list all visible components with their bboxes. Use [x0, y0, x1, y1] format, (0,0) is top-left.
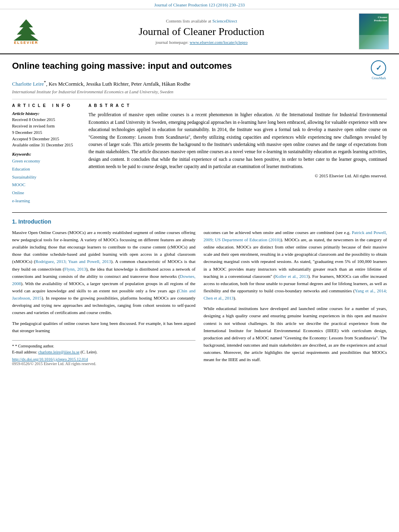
copyright-text: © 2015 Elsevier Ltd. All rights reserved… [88, 173, 387, 178]
keyword-education: Education [12, 165, 80, 173]
crossmark-badge: CrossMark [371, 60, 387, 76]
email-footnote: E-mail address: charlotte.leire@iiiee.lu… [12, 349, 195, 355]
abstract-label: A B S T R A C T [88, 103, 387, 108]
ref-rodriguez[interactable]: Rodriguez, 2013; Yuan and Powell, 2013 [35, 259, 111, 264]
homepage-link[interactable]: www.elsevier.com/locate/jclepro [189, 40, 247, 45]
ref-downes[interactable]: Downes, 2008 [12, 274, 195, 286]
journal-header: ELSEVIER Contents lists available at Sci… [0, 9, 399, 54]
svg-rect-1 [24, 37, 28, 41]
accepted-date: Accepted 9 December 2015 [12, 136, 80, 142]
corresponding-mark: * [44, 80, 46, 84]
authors-line: Charlotte Leire*, Kes McCormick, Jessika… [12, 80, 387, 87]
article-info-label: A R T I C L E I N F O [12, 103, 80, 108]
divider-1 [12, 99, 387, 99]
intro-two-col: Massive Open Online Courses (MOOCs) are … [12, 229, 387, 367]
abstract-panel: A B S T R A C T The proliferation of mas… [88, 103, 387, 205]
journal-reference-bar: Journal of Cleaner Production 123 (2016)… [0, 0, 399, 9]
article-title: Online teaching going massive: input and… [12, 60, 367, 72]
doi-link[interactable]: http://dx.doi.org/10.1016/j.jclepro.2015… [12, 357, 88, 362]
footnote-area: * * Corresponding author. E-mail address… [12, 340, 195, 366]
intro-left-col: Massive Open Online Courses (MOOCs) are … [12, 229, 195, 367]
ref-patrick[interactable]: Patrick and Powell, 2009; US Department … [204, 230, 387, 242]
keyword-mooc: MOOC [12, 181, 80, 189]
abstract-text: The proliferation of massive open online… [88, 111, 387, 170]
article-info-abstract: A R T I C L E I N F O Article history: R… [12, 103, 387, 205]
doi-line: http://dx.doi.org/10.1016/j.jclepro.2015… [12, 357, 195, 362]
crossmark-label: CrossMark [371, 76, 387, 80]
keywords-label: Keywords: [12, 152, 80, 156]
article-history-label: Article history: [12, 111, 80, 116]
intro-right-para-1: outcomes can be achieved when onsite and… [204, 229, 387, 302]
ref-flynn[interactable]: Flynn, 2013 [64, 267, 86, 271]
received-date: Received 8 October 2015 [12, 117, 80, 123]
keyword-online: Online [12, 189, 80, 197]
journal-cover-image: CleanerProduction [359, 13, 389, 49]
email-link[interactable]: charlotte.leire@iiiee.lu.se [38, 350, 80, 354]
main-content: Online teaching going massive: input and… [0, 54, 399, 374]
intro-right-col: outcomes can be achieved when onsite and… [204, 229, 387, 367]
ref-chin[interactable]: Chin and Jacobsson, 2015 [12, 288, 195, 300]
intro-right-para-2: While educational institutions have deve… [204, 305, 387, 363]
elsevier-brand-text: ELSEVIER [14, 41, 39, 45]
article-history-group: Article history: Received 8 October 2015… [12, 111, 80, 148]
journal-center: Contents lists available at ScienceDirec… [44, 18, 359, 45]
affiliation: International Institute for Industrial E… [12, 89, 387, 94]
journal-homepage: journal homepage: www.elsevier.com/locat… [44, 40, 359, 45]
author-leire[interactable]: Charlotte Leire [12, 81, 44, 87]
keyword-sustainability: Sustainability [12, 173, 80, 181]
page: Journal of Cleaner Production 123 (2016)… [0, 0, 399, 532]
elsevier-tree-icon [12, 18, 40, 41]
elsevier-logo: ELSEVIER [8, 18, 44, 45]
available-date: Available online 31 December 2015 [12, 142, 80, 148]
keyword-green-economy: Green economy [12, 157, 80, 165]
keyword-elearning: e-learning [12, 197, 80, 205]
intro-section-title: 1. Introduction [12, 218, 387, 225]
keywords-section: Keywords: Green economy Education Sustai… [12, 152, 80, 205]
introduction-section: 1. Introduction Massive Open Online Cour… [12, 212, 387, 367]
intro-para-2: The pedagogical qualities of online cour… [12, 320, 195, 334]
cover-label-text: CleanerProduction [374, 16, 387, 23]
journal-title: Journal of Cleaner Production [44, 26, 359, 38]
issn-line: 0959-6526/© 2015 Elsevier Ltd. All right… [12, 362, 195, 366]
contents-line: Contents lists available at ScienceDirec… [44, 18, 359, 23]
ref-koller[interactable]: Koller et al., 2013 [275, 274, 308, 279]
received-revised-label: Received in revised form [12, 123, 80, 129]
journal-cover: CleanerProduction [359, 13, 391, 49]
revised-date: 9 December 2015 [12, 129, 80, 136]
crossmark-icon [371, 60, 386, 76]
ref-yang[interactable]: Yang et al., 2014; Chen et al., 2013 [204, 288, 387, 300]
sciencedirect-link[interactable]: ScienceDirect [212, 18, 237, 23]
article-info-panel: A R T I C L E I N F O Article history: R… [12, 103, 80, 205]
journal-reference-text: Journal of Cleaner Production 123 (2016)… [154, 2, 245, 7]
corresponding-footnote: * * Corresponding author. [12, 343, 195, 349]
intro-para-1: Massive Open Online Courses (MOOCs) are … [12, 229, 195, 316]
